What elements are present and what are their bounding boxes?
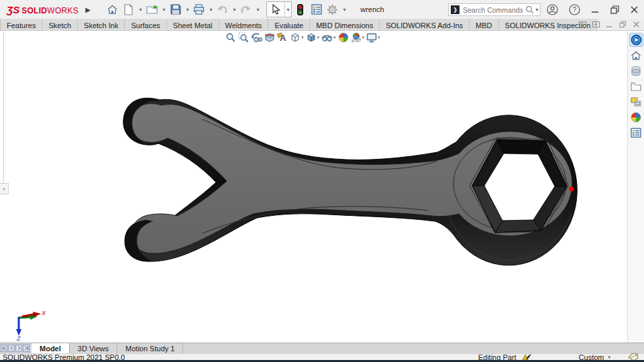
display-style-icon[interactable]: ▾ <box>306 32 320 43</box>
select-tool-group: ▾ <box>266 1 292 17</box>
save-button[interactable] <box>168 2 183 17</box>
tab-motion-study[interactable]: Motion Study 1 <box>117 343 183 353</box>
undo-button[interactable] <box>215 2 230 17</box>
ribbon-tab-weldments[interactable]: Weldments <box>219 19 269 30</box>
home-tab[interactable] <box>629 48 643 62</box>
solidworks-logo[interactable]: ƷS SOLID WORKS <box>7 4 78 15</box>
view-orientation-dropdown[interactable]: ▾ <box>301 35 304 40</box>
view-settings-icon[interactable]: ▾ <box>366 33 380 43</box>
hide-show-dropdown[interactable]: ▾ <box>333 35 336 40</box>
svg-text:?: ? <box>573 6 577 13</box>
print-dropdown[interactable]: ▾ <box>208 7 214 13</box>
appearances-scenes-tab[interactable] <box>629 110 643 124</box>
solidworks-window: X Z ƷS SOLID WORKS ▶ ▾ ▾ ▾ <box>0 0 644 362</box>
hide-show-items-icon[interactable]: ▾ <box>321 33 336 43</box>
featuremanager-splitter[interactable] <box>3 32 4 183</box>
apply-scene-dropdown[interactable]: ▾ <box>362 35 365 40</box>
ribbon-tab-sketch[interactable]: Sketch <box>42 19 78 30</box>
search-commands-box[interactable]: ❯ ▾ <box>448 3 541 16</box>
3dexperience-tab[interactable] <box>629 33 643 47</box>
tab-3d-views[interactable]: 3D Views <box>70 343 117 353</box>
ribbon-tab-sketch-ink[interactable]: Sketch Ink <box>78 19 125 30</box>
featuremanager-splitter-handle[interactable] <box>0 183 9 194</box>
minimize-button[interactable] <box>591 5 600 14</box>
home-button[interactable] <box>105 2 120 17</box>
close-button[interactable] <box>630 5 639 14</box>
view-orientation-icon[interactable]: ▾ <box>290 32 304 43</box>
open-dropdown[interactable]: ▾ <box>161 7 167 13</box>
view-settings-dropdown[interactable]: ▾ <box>378 35 380 40</box>
help-icon[interactable]: ? <box>569 4 580 15</box>
prev-sheet-button[interactable] <box>8 345 15 352</box>
search-icon[interactable] <box>525 5 534 14</box>
redo-button[interactable] <box>239 2 254 17</box>
zoom-to-area-icon[interactable] <box>238 32 249 43</box>
select-tool-dropdown[interactable]: ▾ <box>285 7 291 13</box>
search-dropdown[interactable]: ▾ <box>534 7 540 13</box>
command-manager-tabs: Features Sketch Sketch Ink Surfaces Shee… <box>0 19 644 31</box>
account-icon[interactable] <box>547 4 558 15</box>
edit-appearance-icon[interactable] <box>338 32 349 43</box>
file-explorer-tab[interactable] <box>629 79 643 93</box>
view-palette-tab[interactable] <box>629 95 643 109</box>
custom-properties-tab[interactable] <box>629 125 643 139</box>
select-tool-button[interactable] <box>267 2 284 17</box>
print-button[interactable] <box>192 2 207 17</box>
sheet-tab-bar: Model 3D Views Motion Study 1 <box>0 343 644 353</box>
pane-right-icon[interactable] <box>592 21 600 28</box>
tab-model[interactable]: Model <box>32 343 70 353</box>
ribbon-tab-sheet-metal[interactable]: Sheet Metal <box>167 19 219 30</box>
annotation-views-icon[interactable]: A <box>277 32 288 43</box>
ribbon-tab-evaluate[interactable]: Evaluate <box>268 19 310 30</box>
save-dropdown[interactable]: ▾ <box>184 7 191 13</box>
ribbon-tab-surfaces[interactable]: Surfaces <box>125 19 166 30</box>
new-document-dropdown[interactable]: ▾ <box>138 7 144 13</box>
ribbon-tab-mbd[interactable]: MBD <box>470 19 498 30</box>
design-library-tab[interactable] <box>629 64 643 78</box>
graphics-viewport[interactable] <box>0 32 644 343</box>
search-commands-input[interactable] <box>460 6 525 14</box>
title-bar: ƷS SOLID WORKS ▶ ▾ ▾ ▾ ▾ ▾ <box>0 0 644 19</box>
redo-dropdown[interactable]: ▾ <box>255 7 261 13</box>
status-bar: SOLIDWORKS Premium 2021 SP0.0 Editing Pa… <box>0 353 644 360</box>
ribbon-tab-addins[interactable]: SOLIDWORKS Add-Ins <box>380 19 470 30</box>
sheet-nav-buttons <box>0 343 32 353</box>
display-style-dropdown[interactable]: ▾ <box>317 35 320 40</box>
ribbon-tab-features[interactable]: Features <box>0 19 42 30</box>
first-sheet-button[interactable] <box>1 345 7 352</box>
headsup-view-toolbar: A ▾ ▾ ▾ ▾ ▾ <box>225 32 380 44</box>
next-sheet-button[interactable] <box>15 345 22 352</box>
units-dropdown[interactable]: ▾ <box>608 355 610 360</box>
restore-button[interactable] <box>610 5 619 14</box>
doc-minimize-icon[interactable] <box>606 21 613 28</box>
new-document-button[interactable] <box>121 2 136 17</box>
pane-left-icon[interactable] <box>579 21 586 28</box>
doc-restore-icon[interactable] <box>619 21 627 28</box>
open-button[interactable] <box>145 2 160 17</box>
task-pane <box>627 32 644 343</box>
undo-dropdown[interactable]: ▾ <box>231 7 237 13</box>
previous-view-icon[interactable] <box>251 32 262 43</box>
file-properties-button[interactable] <box>309 2 324 17</box>
section-view-icon[interactable] <box>264 32 275 43</box>
3ds-logo-mark: ƷS <box>7 4 19 15</box>
ribbon-tab-mbd-dimensions[interactable]: MBD Dimensions <box>310 19 380 30</box>
zoom-to-fit-icon[interactable] <box>225 32 236 43</box>
search-scope-icon[interactable]: ❯ <box>451 5 460 14</box>
doc-close-icon[interactable] <box>633 21 640 28</box>
document-title: wrench <box>335 5 409 13</box>
rebuild-button[interactable] <box>293 2 308 17</box>
last-sheet-button[interactable] <box>23 345 30 352</box>
menu-flyout-arrow[interactable]: ▶ <box>85 6 91 13</box>
apply-scene-icon[interactable]: ▾ <box>351 32 365 43</box>
